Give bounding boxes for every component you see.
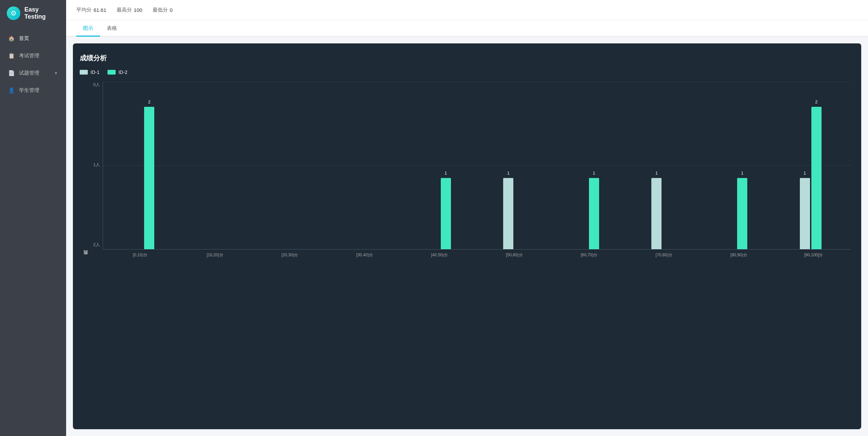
sidebar-logo: ⚙ Easy Testing — [0, 0, 66, 26]
bar-chart: 区间人数 2人1人0人 21111112 [0,10)分[10,20)分[20,… — [80, 82, 851, 258]
y-tick: 1人 — [88, 162, 100, 168]
legend-color-id1 — [80, 70, 88, 75]
x-label-7: [70,80)分 — [627, 250, 702, 258]
sidebar-item-question[interactable]: 📄 试题管理 ▼ — [0, 64, 66, 82]
chart-legend: ID-1 ID-2 — [80, 70, 851, 75]
bar-fill-id2-8 — [737, 178, 747, 249]
bar-group-6: 1 — [551, 178, 626, 249]
x-label-1: [10,20)分 — [178, 250, 253, 258]
bar-id2-4: 1 — [441, 178, 451, 249]
legend-label-id1: ID-1 — [91, 70, 99, 75]
x-label-0: [0,10)分 — [103, 250, 178, 258]
tab-table[interactable]: 表格 — [100, 20, 124, 37]
bar-fill-id2-6 — [589, 178, 599, 249]
bar-group-9: 12 — [773, 107, 848, 249]
min-stat: 最低分 0 — [153, 7, 173, 13]
sidebar-label-home: 首页 — [19, 35, 29, 42]
bar-id2-8: 1 — [737, 178, 747, 249]
legend-color-id2 — [107, 70, 116, 75]
bars-inner: 21111112 — [103, 82, 851, 250]
exam-icon: 📋 — [8, 53, 15, 59]
y-tick: 0人 — [88, 82, 100, 88]
bar-label-id2-4: 1 — [445, 171, 447, 176]
bar-label-id2-0: 2 — [148, 99, 151, 104]
legend-label-id2: ID-2 — [118, 70, 127, 75]
bar-fill-id1-5 — [503, 178, 513, 249]
app-title: Easy Testing — [24, 6, 59, 20]
min-value: 0 — [170, 7, 173, 13]
max-label: 最高分 — [117, 7, 132, 13]
bar-fill-id2-0 — [144, 107, 154, 249]
tab-chart[interactable]: 图示 — [76, 20, 100, 37]
legend-id1: ID-1 — [80, 70, 99, 75]
sidebar: ⚙ Easy Testing 🏠 首页 📋 考试管理 📄 试题管理 ▼👤 学生管… — [0, 0, 66, 436]
x-label-4: [40,50)分 — [402, 250, 477, 258]
bar-id1-9: 1 — [800, 178, 810, 249]
avg-value: 61.61 — [94, 7, 106, 13]
home-icon: 🏠 — [8, 35, 15, 42]
sidebar-nav: 🏠 首页 📋 考试管理 📄 试题管理 ▼👤 学生管理 — [0, 26, 66, 99]
y-axis-label: 区间人数 — [80, 82, 88, 258]
bar-label-id1-7: 1 — [655, 171, 658, 176]
question-icon: 📄 — [8, 70, 15, 76]
stats-bar: 平均分 61.61 最高分 100 最低分 0 — [66, 0, 868, 20]
bar-id1-5: 1 — [503, 178, 513, 249]
student-icon: 👤 — [8, 87, 15, 94]
sidebar-label-exam: 考试管理 — [19, 53, 39, 59]
bar-fill-id2-4 — [441, 178, 451, 249]
bars-region: 21111112 [0,10)分[10,20)分[20,30)分[30,40)分… — [103, 82, 851, 258]
chart-title: 成绩分析 — [80, 54, 851, 63]
x-label-3: [30,40)分 — [327, 250, 402, 258]
sidebar-label-question: 试题管理 — [19, 70, 39, 76]
bars-and-yaxis: 2人1人0人 21111112 [0,10)分[10,20)分[20,30)分[… — [88, 82, 851, 258]
avg-label: 平均分 — [76, 7, 92, 13]
bar-group-5: 1 — [477, 178, 551, 249]
x-label-2: [20,30)分 — [252, 250, 327, 258]
bar-label-id2-6: 1 — [593, 171, 595, 176]
chart-area: 2人1人0人 21111112 [0,10)分[10,20)分[20,30)分[… — [88, 82, 851, 258]
y-tick: 2人 — [88, 242, 100, 248]
x-label-5: [50,60)分 — [477, 250, 552, 258]
y-ticks: 2人1人0人 — [88, 82, 103, 258]
legend-id2: ID-2 — [107, 70, 127, 75]
bar-label-id2-8: 1 — [741, 171, 743, 176]
bar-id2-6: 1 — [589, 178, 599, 249]
max-value: 100 — [134, 7, 142, 13]
bar-id2-9: 2 — [811, 107, 822, 249]
avg-stat: 平均分 61.61 — [76, 7, 106, 13]
bar-group-4: 1 — [403, 178, 477, 249]
chart-container: 成绩分析 ID-1 ID-2 区间人数 2人1人0人 21111112 — [73, 43, 861, 429]
bar-id2-0: 2 — [144, 107, 154, 249]
bar-fill-id1-9 — [800, 178, 810, 249]
sidebar-label-student: 学生管理 — [19, 87, 39, 94]
bar-group-8: 1 — [699, 178, 774, 249]
x-label-8: [80,90)分 — [702, 250, 776, 258]
min-label: 最低分 — [153, 7, 168, 13]
sidebar-item-exam[interactable]: 📋 考试管理 — [0, 47, 66, 64]
main-content: 平均分 61.61 最高分 100 最低分 0 图示表格 成绩分析 ID-1 I… — [66, 0, 868, 436]
expand-icon: ▼ — [54, 71, 58, 76]
bar-id1-7: 1 — [651, 178, 662, 249]
tab-bar: 图示表格 — [66, 20, 868, 37]
bar-group-0: 2 — [106, 107, 181, 249]
bar-fill-id2-9 — [811, 107, 822, 249]
max-stat: 最高分 100 — [117, 7, 142, 13]
bar-label-id2-9: 2 — [815, 99, 817, 104]
bar-group-7: 1 — [625, 178, 699, 249]
logo-icon: ⚙ — [7, 6, 20, 20]
x-label-6: [60,70)分 — [552, 250, 627, 258]
bar-fill-id1-7 — [651, 178, 662, 249]
bar-label-id1-5: 1 — [507, 171, 510, 176]
x-axis: [0,10)分[10,20)分[20,30)分[30,40)分[40,50)分[… — [103, 250, 851, 258]
bar-label-id1-9: 1 — [804, 171, 806, 176]
sidebar-item-student[interactable]: 👤 学生管理 — [0, 82, 66, 99]
sidebar-item-home[interactable]: 🏠 首页 — [0, 30, 66, 47]
x-label-9: [90,100]分 — [776, 250, 851, 258]
